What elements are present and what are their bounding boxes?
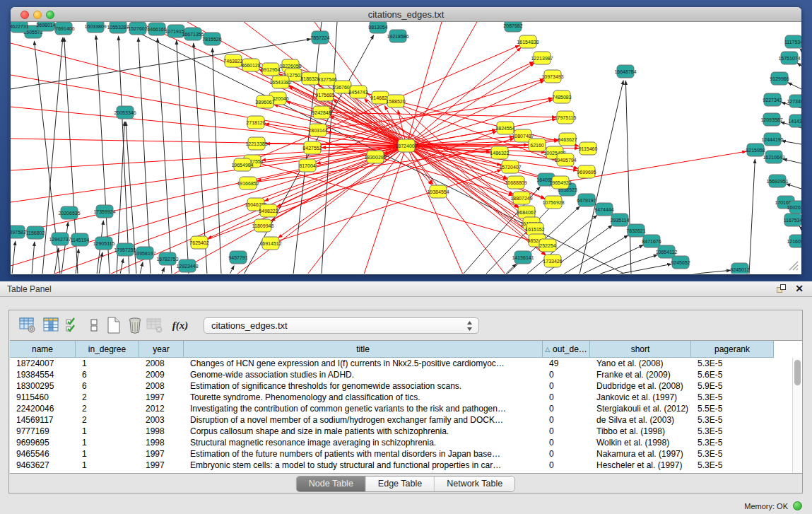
table-cell[interactable]: Investigating the contribution of common… <box>184 403 543 414</box>
table-mode-button[interactable] <box>16 314 39 337</box>
graph-node[interactable]: 12160504 <box>787 235 801 247</box>
float-panel-icon[interactable] <box>776 284 787 297</box>
graph-edge[interactable] <box>799 226 801 228</box>
graph-edge[interactable] <box>162 267 165 274</box>
graph-edge[interactable] <box>213 48 221 274</box>
table-cell[interactable]: 19384554 <box>10 369 76 380</box>
graph-edge[interactable] <box>230 266 234 274</box>
graph-node[interactable]: 9129966 <box>770 72 789 85</box>
tab-node-table[interactable]: Node Table <box>297 477 366 491</box>
graph-node[interactable]: 12093587 <box>760 113 782 126</box>
table-cell[interactable]: 5.3E-5 <box>691 392 774 403</box>
graph-node[interactable]: 8660128 <box>241 59 260 71</box>
graph-node[interactable]: 19495794 <box>554 153 576 166</box>
graph-edge[interactable] <box>788 83 801 89</box>
graph-node[interactable]: 5498222 <box>259 204 278 217</box>
graph-edge[interactable] <box>786 184 801 189</box>
table-cell[interactable]: 5.6E-5 <box>691 369 774 380</box>
graph-node[interactable]: 18724007 <box>395 139 417 152</box>
graph-node[interactable]: 11809948 <box>252 219 274 232</box>
table-cell[interactable]: 9699695 <box>10 437 76 448</box>
graph-node[interactable]: 7625402 <box>189 236 208 249</box>
graph-node[interactable]: 9115460 <box>579 142 598 155</box>
graph-node[interactable]: 19384554 <box>427 185 449 198</box>
table-cell[interactable]: de Silva et al. (2003) <box>590 414 691 426</box>
column-header-out_de[interactable]: △out_de… <box>543 341 590 358</box>
graph-edge[interactable] <box>505 264 517 274</box>
graph-node[interactable]: 2935114 <box>611 214 630 226</box>
graph-edge[interactable] <box>783 159 801 163</box>
table-cell[interactable]: 1997 <box>139 392 184 403</box>
table-cell[interactable]: 2008 <box>139 380 184 392</box>
graph-node[interactable]: 1167534 <box>784 214 801 226</box>
table-cell[interactable]: 2009 <box>139 369 184 380</box>
graph-node[interactable]: 19166852 <box>237 177 259 189</box>
graph-node[interactable]: 10756928 <box>542 196 564 209</box>
table-cell[interactable]: Jankovic et al. (1997) <box>590 392 691 403</box>
table-cell[interactable]: 0 <box>543 392 590 403</box>
network-canvas[interactable]: 2505572276914061603380910553287152760264… <box>11 22 801 274</box>
table-cell[interactable]: Embryonic stem cells: a model to study s… <box>184 460 543 471</box>
table-row[interactable]: 1830029562008Estimation of significance … <box>10 380 774 392</box>
table-row[interactable]: 969969511998Structural magnetic resonanc… <box>10 437 774 448</box>
graph-edge[interactable] <box>406 22 442 146</box>
table-cell[interactable]: 5.3E-5 <box>691 437 774 448</box>
graph-node[interactable]: 9245652 <box>671 256 690 269</box>
table-cell[interactable]: 1 <box>76 448 139 460</box>
table-row[interactable]: 946554611997Estimation of the future num… <box>10 448 774 460</box>
window-titlebar[interactable]: citations_edges.txt <box>11 7 801 22</box>
graph-node[interactable]: 3824554 <box>495 122 514 134</box>
table-cell[interactable]: 2 <box>76 392 139 403</box>
table-cell[interactable]: 9115460 <box>10 392 76 403</box>
table-cell[interactable]: 1998 <box>139 426 184 437</box>
table-cell[interactable]: 0 <box>543 460 590 471</box>
graph-node[interactable]: 15720407 <box>499 160 521 173</box>
graph-node[interactable]: 8471676 <box>642 235 661 247</box>
graph-node[interactable]: 18300295 <box>364 151 386 163</box>
graph-node[interactable]: 10553287 <box>107 22 129 33</box>
table-cell[interactable]: Tibbo et al. (1998) <box>590 426 691 437</box>
table-cell[interactable]: 49 <box>543 358 590 369</box>
function-builder-button[interactable]: f(x) <box>169 314 192 337</box>
table-cell[interactable]: 0 <box>543 403 590 414</box>
graph-node[interactable]: 6479197 <box>577 194 596 206</box>
table-cell[interactable]: 2008 <box>139 358 184 369</box>
graph-node[interactable]: 1733426 <box>543 255 562 267</box>
table-scrollbar[interactable] <box>792 358 801 473</box>
graph-edge[interactable] <box>140 262 143 274</box>
graph-node[interactable]: 12213987 <box>531 52 553 64</box>
graph-node[interactable]: 16154838 <box>517 35 539 48</box>
graph-edge[interactable] <box>278 146 406 238</box>
column-header-title[interactable]: title <box>184 341 543 358</box>
graph-edge[interactable] <box>11 146 406 266</box>
graph-edge[interactable] <box>158 38 172 274</box>
table-row[interactable]: 2242004622012Investigating the contribut… <box>10 403 774 414</box>
table-cell[interactable]: 0 <box>543 426 590 437</box>
table-row[interactable]: 977716911998Corpus callosum shape and si… <box>10 426 774 437</box>
table-cell[interactable]: 2012 <box>139 403 184 414</box>
table-row[interactable]: 1938455462009Genome-wide association stu… <box>10 369 774 380</box>
graph-node[interactable]: 12923448 <box>176 259 198 272</box>
graph-node[interactable]: 6466160 <box>147 23 166 35</box>
graph-node[interactable]: 817004 <box>299 159 316 172</box>
graph-node[interactable]: 14136141 <box>512 251 534 264</box>
graph-node[interactable]: 1156802 <box>26 226 45 239</box>
graph-node[interactable]: 12734045 <box>787 95 801 107</box>
graph-node[interactable]: 8813054 <box>368 22 387 33</box>
graph-node[interactable]: 12213383 <box>245 137 267 150</box>
table-cell[interactable]: 9463627 <box>10 460 76 471</box>
table-row[interactable]: 946362711997Embryonic stem cells: a mode… <box>10 460 774 471</box>
graph-edge[interactable] <box>257 146 406 181</box>
table-cell[interactable]: 5.3E-5 <box>691 358 774 369</box>
table-cell[interactable]: 2 <box>76 414 139 426</box>
table-cell[interactable]: 14569117 <box>10 414 76 426</box>
column-header-year[interactable]: year <box>139 341 184 358</box>
table-cell[interactable]: Nakamura et al. (1997) <box>590 448 691 460</box>
graph-edge[interactable] <box>119 36 129 274</box>
table-cell[interactable]: 18724007 <box>10 358 76 369</box>
column-visibility-button[interactable] <box>40 314 63 337</box>
graph-node[interactable]: 1145194 <box>71 233 90 246</box>
graph-node[interactable]: 2718126 <box>246 116 265 129</box>
graph-node[interactable]: 62160 <box>529 139 546 151</box>
graph-node[interactable]: 7832621 <box>626 224 645 237</box>
